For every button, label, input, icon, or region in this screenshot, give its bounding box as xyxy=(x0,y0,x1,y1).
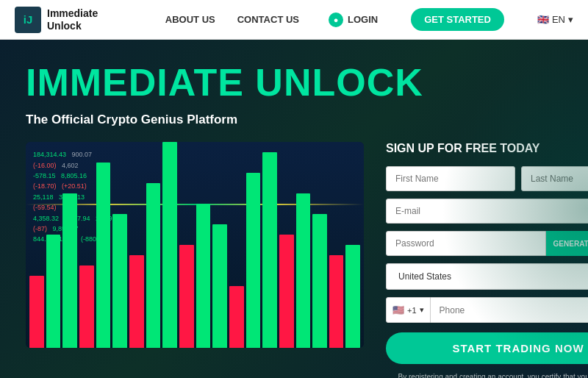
logo-icon: iJ xyxy=(15,7,41,33)
site-header: iJ Immediate Unlock ABOUT US CONTACT US … xyxy=(0,0,588,40)
phone-input[interactable] xyxy=(431,297,588,323)
phone-code-label: +1 xyxy=(407,306,417,315)
chart-background: 184,314.43 900.07 (-16.00) 4,602 -578.15… xyxy=(26,142,364,348)
disclaimer-text: By registering and creating an account, … xyxy=(386,371,588,378)
phone-code-selector[interactable]: 🇺🇸 +1 ▾ xyxy=(386,297,431,323)
first-name-input[interactable] xyxy=(386,166,515,191)
content-row: 184,314.43 900.07 (-16.00) 4,602 -578.15… xyxy=(26,142,562,378)
nav-contact[interactable]: CONTACT US xyxy=(237,14,299,25)
email-input[interactable] xyxy=(386,199,588,224)
login-label: LOGIN xyxy=(348,14,378,25)
signup-form: SIGN UP FOR FREE TODAY GENERATE PASSWORD… xyxy=(386,142,588,378)
name-row xyxy=(386,166,588,191)
chevron-down-icon: ▾ xyxy=(568,14,573,25)
start-trading-button[interactable]: START TRADING NOW xyxy=(386,332,588,364)
password-row: GENERATE PASSWORDS xyxy=(386,231,588,256)
country-select[interactable]: United States xyxy=(386,263,588,290)
trading-chart-image: 184,314.43 900.07 (-16.00) 4,602 -578.15… xyxy=(26,142,364,348)
login-icon: ● xyxy=(329,13,343,27)
chart-bars xyxy=(26,142,364,348)
nav-about[interactable]: ABOUT US xyxy=(165,14,215,25)
main-content: IMMEDIATE UNLOCK The Official Crypto Gen… xyxy=(0,40,588,378)
us-flag-icon: 🇺🇸 xyxy=(392,304,404,315)
get-started-button[interactable]: GET STARTED xyxy=(411,8,504,31)
main-nav: ABOUT US CONTACT US ● LOGIN GET STARTED … xyxy=(165,8,573,31)
last-name-input[interactable] xyxy=(521,166,588,191)
login-button[interactable]: ● LOGIN xyxy=(329,13,378,27)
form-title: SIGN UP FOR FREE TODAY xyxy=(386,142,588,155)
chevron-down-icon: ▾ xyxy=(420,305,424,315)
logo-text: Immediate Unlock xyxy=(47,7,98,32)
flag-icon: 🇬🇧 xyxy=(537,14,549,25)
hero-title: IMMEDIATE UNLOCK xyxy=(26,62,562,104)
password-input[interactable] xyxy=(386,231,546,256)
logo-area: iJ Immediate Unlock xyxy=(15,7,98,33)
hero-subtitle: The Official Crypto Genius Platform xyxy=(26,113,562,127)
generate-password-button[interactable]: GENERATE PASSWORDS xyxy=(546,231,588,256)
language-label: EN xyxy=(552,14,565,25)
phone-row: 🇺🇸 +1 ▾ xyxy=(386,297,588,323)
language-selector[interactable]: 🇬🇧 EN ▾ xyxy=(537,14,573,25)
